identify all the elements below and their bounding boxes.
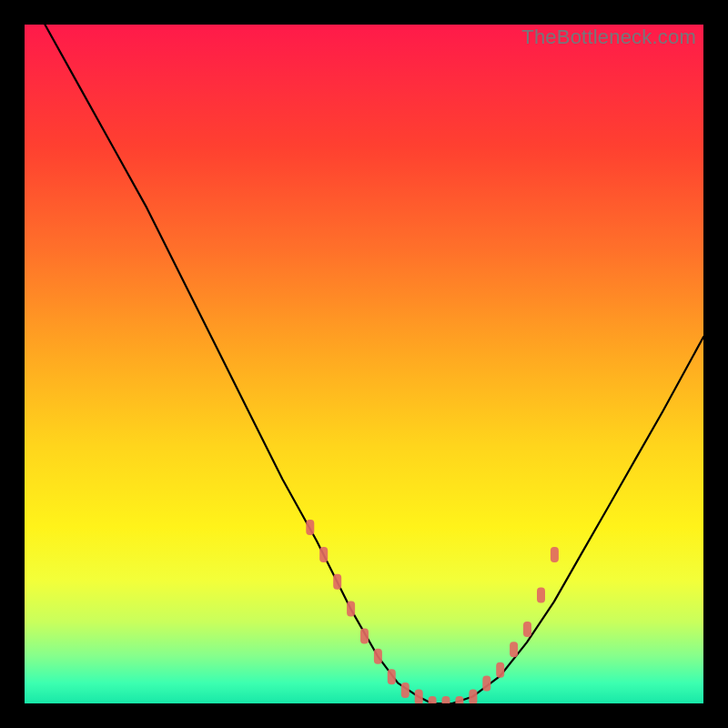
- forecast-dot: [401, 682, 410, 698]
- forecast-dot: [510, 642, 518, 657]
- plot-area: TheBottleneck.com: [25, 25, 703, 703]
- forecast-dot: [537, 588, 545, 603]
- chart-svg: [25, 25, 703, 703]
- forecast-dot: [429, 696, 437, 703]
- forecast-dot: [482, 676, 490, 692]
- forecast-dot: [319, 547, 328, 562]
- forecast-dot: [374, 649, 382, 664]
- forecast-dot: [496, 662, 504, 678]
- forecast-dot: [388, 669, 396, 684]
- forecast-dot: [360, 628, 369, 643]
- forecast-dot: [306, 520, 314, 535]
- forecast-dot: [415, 690, 423, 704]
- bottleneck-curve-path: [45, 25, 703, 703]
- forecast-dot: [551, 547, 559, 562]
- forecast-dot: [523, 622, 531, 637]
- forecast-dot: [442, 696, 450, 703]
- forecast-dot: [333, 574, 341, 590]
- chart-container: TheBottleneck.com: [0, 0, 728, 728]
- forecast-dot: [455, 696, 463, 703]
- forecast-dot: [469, 690, 477, 704]
- forecast-dot: [347, 602, 355, 617]
